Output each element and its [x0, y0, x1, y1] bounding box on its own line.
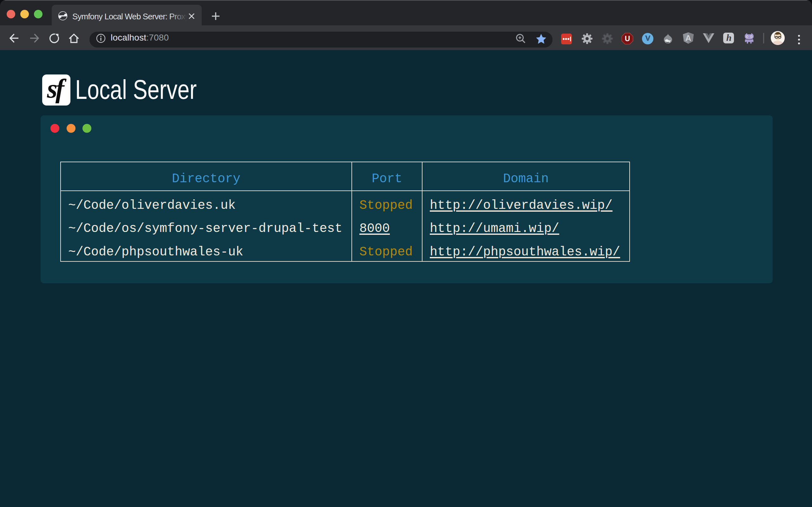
svg-text:h: h [726, 32, 732, 43]
svg-text:U: U [625, 35, 630, 43]
svg-text:A: A [686, 33, 692, 43]
